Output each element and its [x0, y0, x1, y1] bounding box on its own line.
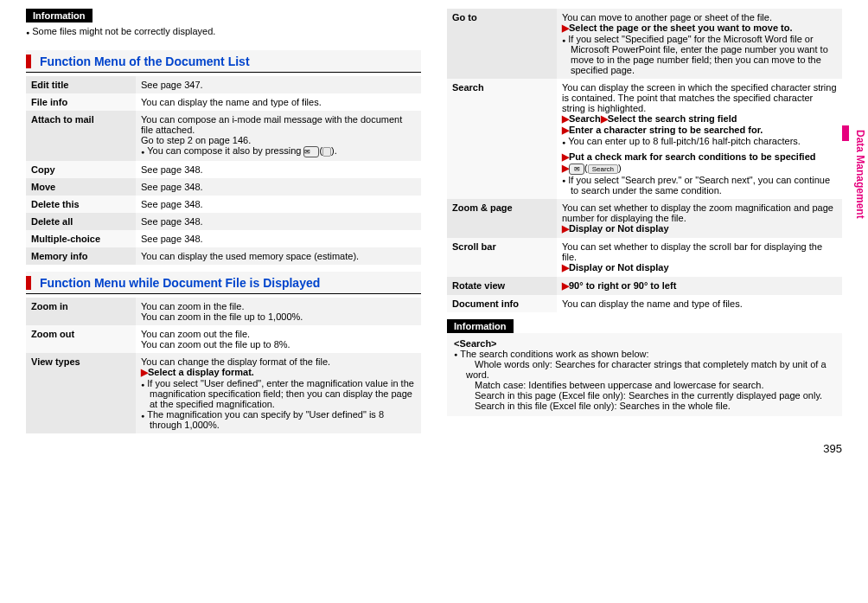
side-tab-data-management: Data Management [854, 130, 866, 219]
row-name: View types [26, 353, 136, 433]
search-info-heading: <Search> [454, 338, 497, 349]
row-name: Move [26, 178, 136, 196]
row-desc: ▶90° to right or 90° to left [557, 277, 842, 295]
table-row: Edit title See page 347. [26, 76, 421, 93]
row-desc: See page 348. [136, 213, 421, 230]
table-row: Copy See page 348. [26, 161, 421, 178]
doc-displayed-menu-table-right: Go to You can move to another page or sh… [447, 9, 842, 312]
triangle-icon: ▶ [562, 280, 569, 291]
triangle-icon: ▶ [601, 113, 608, 124]
row-name: Memory info [26, 247, 136, 265]
row-desc: You can move to another page or sheet of… [557, 9, 842, 79]
row-desc: You can display the name and type of fil… [557, 295, 842, 312]
search-cond-item: Match case: Identifies between uppercase… [466, 380, 763, 390]
table-row: Attach to mail You can compose an i-mode… [26, 111, 421, 161]
table-row: View types You can change the display fo… [26, 353, 421, 433]
row-name: File info [26, 93, 136, 111]
triangle-icon: ▶ [562, 223, 569, 234]
page-number: 395 [26, 442, 842, 455]
row-name: Zoom out [26, 325, 136, 353]
doc-list-menu-table: Edit title See page 347. File info You c… [26, 76, 421, 265]
table-row: Document info You can display the name a… [447, 295, 842, 312]
table-row: Zoom in You can zoom in the file. You ca… [26, 298, 421, 325]
info-text-1: Some files might not be correctly displa… [26, 26, 421, 36]
table-row: Zoom out You can zoom out the file. You … [26, 325, 421, 353]
search-cond-item: Search in this page (Excel file only): S… [466, 390, 822, 401]
search-cond-item: Search in this file (Excel file only): S… [466, 401, 731, 411]
table-row: Move See page 348. [26, 178, 421, 196]
row-desc: You can display the name and type of fil… [136, 93, 421, 111]
row-name: Rotate view [447, 277, 557, 295]
row-name: Delete this [26, 196, 136, 213]
triangle-icon: ▶ [562, 22, 569, 33]
table-row: Scroll bar You can set whether to displa… [447, 238, 842, 277]
row-name: Multiple-choice [26, 230, 136, 247]
row-desc: You can display the used memory space (e… [136, 247, 421, 265]
row-name: Zoom & page [447, 199, 557, 238]
row-name: Document info [447, 295, 557, 312]
row-desc: See page 348. [136, 196, 421, 213]
search-icon-label: Search [588, 164, 618, 174]
row-desc: See page 347. [136, 76, 421, 93]
function-menu-doc-list-header: Function Menu of the Document List [26, 50, 421, 73]
row-name: Copy [26, 161, 136, 178]
table-row: Delete this See page 348. [26, 196, 421, 213]
triangle-icon: ▶ [562, 125, 569, 135]
row-name: Delete all [26, 213, 136, 230]
row-desc: See page 348. [136, 161, 421, 178]
information-label: Information [26, 9, 93, 22]
table-row: Go to You can move to another page or sh… [447, 9, 842, 79]
table-row: Multiple-choice See page 348. [26, 230, 421, 247]
row-desc: You can change the display format of the… [136, 353, 421, 433]
triangle-icon: ▶ [562, 151, 569, 162]
row-name: Edit title [26, 76, 136, 93]
mail-icon: ✉ [569, 164, 584, 175]
table-row: Zoom & page You can set whether to displ… [447, 199, 842, 238]
row-desc: See page 348. [136, 230, 421, 247]
row-desc: You can set whether to display the zoom … [557, 199, 842, 238]
row-name: Search [447, 79, 557, 199]
table-row: Search You can display the screen in whi… [447, 79, 842, 199]
row-desc: See page 348. [136, 178, 421, 196]
triangle-icon: ▶ [141, 367, 148, 377]
side-bar-marker [842, 125, 849, 141]
row-desc: You can display the screen in which the … [557, 79, 842, 199]
row-desc: You can set whether to display the scrol… [557, 238, 842, 277]
doc-displayed-menu-table-left: Zoom in You can zoom in the file. You ca… [26, 298, 421, 433]
mail-icon: ✉ [303, 146, 319, 157]
row-desc: You can zoom out the file. You can zoom … [136, 325, 421, 353]
triangle-icon: ▶ [562, 113, 569, 124]
table-row: File info You can display the name and t… [26, 93, 421, 111]
row-name: Attach to mail [26, 111, 136, 161]
triangle-icon: ▶ [562, 163, 569, 173]
search-cond-intro: The search conditions work as shown belo… [454, 349, 835, 359]
blank-icon-label [322, 147, 331, 157]
information-label-2: Information [447, 319, 514, 333]
row-desc: You can zoom in the file. You can zoom i… [136, 298, 421, 325]
row-desc: You can compose an i-mode mail message w… [136, 111, 421, 161]
function-menu-doc-displayed-header: Function Menu while Document File is Dis… [26, 272, 421, 294]
row-name: Zoom in [26, 298, 136, 325]
row-name: Scroll bar [447, 238, 557, 277]
table-row: Memory info You can display the used mem… [26, 247, 421, 265]
row-name: Go to [447, 9, 557, 79]
triangle-icon: ▶ [562, 262, 569, 273]
search-cond-item: Whole words only: Searches for character… [466, 359, 827, 380]
table-row: Delete all See page 348. [26, 213, 421, 230]
table-row: Rotate view ▶90° to right or 90° to left [447, 277, 842, 295]
